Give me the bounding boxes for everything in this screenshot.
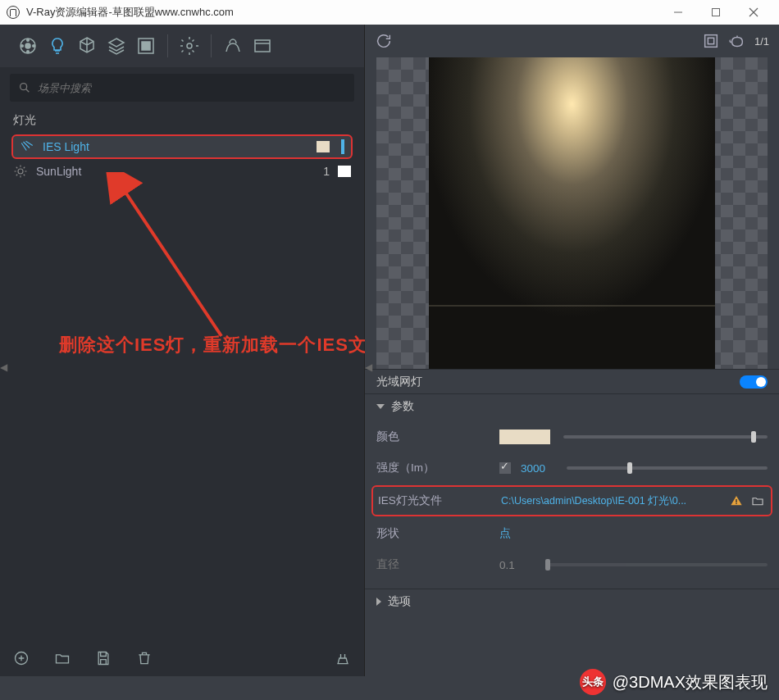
minimize-button[interactable] xyxy=(659,0,697,25)
diameter-slider xyxy=(545,563,768,566)
settings-icon[interactable] xyxy=(176,33,203,59)
annotation-text: 删除这个IES灯，重新加载一个IES文件 xyxy=(59,333,386,357)
svg-point-17 xyxy=(18,169,23,174)
warning-icon xyxy=(730,494,743,507)
selection-indicator xyxy=(341,139,344,154)
list-item[interactable]: SunLight 1 xyxy=(7,159,358,184)
svg-rect-1 xyxy=(713,9,720,16)
close-button[interactable] xyxy=(735,0,772,25)
label-diameter: 直径 xyxy=(376,557,499,572)
list-item[interactable]: IES Light xyxy=(11,134,353,159)
light-count: 1 xyxy=(313,165,330,178)
collapse-handle[interactable]: ◀ xyxy=(0,351,7,384)
browse-folder-icon[interactable] xyxy=(749,494,766,507)
row-diameter: 直径 0.1 xyxy=(376,549,768,580)
diameter-value: 0.1 xyxy=(499,559,545,571)
color-picker[interactable] xyxy=(499,430,550,444)
section-options[interactable]: 选项 xyxy=(365,589,779,613)
watermark: 头条 @3DMAX效果图表现 xyxy=(580,669,768,695)
row-color: 颜色 xyxy=(376,421,768,452)
shape-value[interactable]: 点 xyxy=(499,526,545,541)
frame-buffer-icon[interactable] xyxy=(249,33,276,59)
lights-icon[interactable] xyxy=(44,33,71,59)
panel-header[interactable]: 光域网灯 xyxy=(365,369,779,393)
titlebar: V-Ray资源编辑器-草图联盟www.cnwhc.com xyxy=(0,0,779,25)
ies-light-icon xyxy=(20,139,34,154)
light-name: IES Light xyxy=(43,140,284,153)
search-input[interactable] xyxy=(38,82,346,94)
search-icon xyxy=(18,81,31,94)
intensity-slider[interactable] xyxy=(567,466,768,470)
geometry-icon[interactable] xyxy=(74,33,100,59)
svg-rect-22 xyxy=(736,499,736,502)
row-intensity: 强度（Im） 3000 xyxy=(376,452,768,484)
svg-rect-20 xyxy=(705,35,718,48)
section-label: 参数 xyxy=(391,399,414,414)
add-icon[interactable] xyxy=(13,650,30,670)
color-slider[interactable] xyxy=(563,435,768,439)
label-iesfile: IES灯光文件 xyxy=(378,493,501,508)
svg-line-16 xyxy=(26,89,30,93)
left-toolbar xyxy=(0,25,364,67)
right-panel: ◀ 1/1 光域网灯 参数 颜色 强度（Im） xyxy=(365,25,779,676)
section-lights: 灯光 xyxy=(0,107,364,134)
row-shape: 形状 点 xyxy=(376,518,768,549)
folder-icon[interactable] xyxy=(54,650,71,670)
refresh-icon[interactable] xyxy=(375,32,393,50)
materials-icon[interactable] xyxy=(15,33,41,59)
svg-line-18 xyxy=(123,189,221,336)
svg-point-6 xyxy=(27,39,30,42)
textures-icon[interactable] xyxy=(133,33,159,59)
left-panel: 灯光 IES Light SunLight 1 删除这个IES灯，重新加载一个I… xyxy=(0,25,365,676)
lights-list: IES Light SunLight 1 xyxy=(0,134,364,184)
svg-point-8 xyxy=(21,45,24,48)
preview-viewport[interactable] xyxy=(376,57,768,369)
svg-rect-23 xyxy=(736,503,736,504)
svg-point-7 xyxy=(27,51,30,53)
panel-title: 光域网灯 xyxy=(376,375,422,389)
section-params[interactable]: 参数 xyxy=(365,393,779,418)
intensity-checkbox[interactable] xyxy=(499,462,511,474)
section-label: 选项 xyxy=(388,594,411,609)
color-swatch[interactable] xyxy=(338,166,351,177)
chevron-down-icon xyxy=(376,404,385,409)
sun-light-icon xyxy=(13,164,28,179)
row-iesfile: IES灯光文件 C:\Users\admin\Desktop\IE-001 灯光… xyxy=(371,485,772,516)
watermark-text: @3DMAX效果图表现 xyxy=(613,671,768,693)
label-color: 颜色 xyxy=(376,430,499,444)
svg-rect-11 xyxy=(142,42,150,50)
left-bottom-toolbar xyxy=(0,643,364,676)
watermark-badge: 头条 xyxy=(580,669,606,695)
annotation-arrow xyxy=(98,172,262,352)
enable-toggle[interactable] xyxy=(740,375,768,389)
maximize-button[interactable] xyxy=(697,0,735,25)
render-preview xyxy=(429,57,715,369)
iesfile-path[interactable]: C:\Users\admin\Desktop\IE-001 灯光\0... xyxy=(501,494,723,508)
intensity-value[interactable]: 3000 xyxy=(521,462,567,475)
label-shape: 形状 xyxy=(376,526,499,541)
search-bar[interactable] xyxy=(10,74,354,102)
delete-icon[interactable] xyxy=(136,650,153,670)
teapot-icon[interactable] xyxy=(728,32,746,50)
fraction-label: 1/1 xyxy=(754,35,769,48)
svg-point-5 xyxy=(25,43,30,48)
window-title: V-Ray资源编辑器-草图联盟www.cnwhc.com xyxy=(26,5,234,20)
svg-rect-21 xyxy=(708,38,713,43)
color-swatch[interactable] xyxy=(317,141,330,152)
svg-point-12 xyxy=(187,43,192,48)
label-intensity: 强度（Im） xyxy=(376,461,499,475)
vray-logo-icon xyxy=(7,6,20,19)
svg-point-15 xyxy=(20,84,27,90)
light-name: SunLight xyxy=(36,165,305,178)
render-icon[interactable] xyxy=(220,33,246,59)
svg-point-9 xyxy=(33,45,35,48)
right-toolbar: 1/1 xyxy=(365,25,779,57)
save-icon[interactable] xyxy=(95,650,112,670)
viewport-icon[interactable] xyxy=(702,32,720,50)
purge-icon[interactable] xyxy=(335,650,351,670)
svg-rect-13 xyxy=(255,40,270,52)
properties: 颜色 强度（Im） 3000 IES灯光文件 C:\Users\admin\De… xyxy=(365,418,779,589)
layers-icon[interactable] xyxy=(103,33,130,59)
collapse-handle-right[interactable]: ◀ xyxy=(365,351,371,384)
chevron-right-icon xyxy=(376,598,381,606)
